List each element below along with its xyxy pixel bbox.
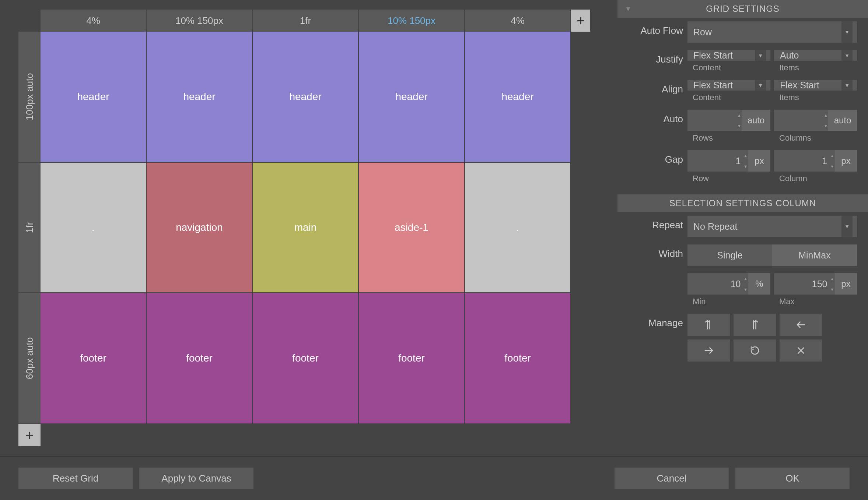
chevron-down-icon: ▼ xyxy=(758,53,763,59)
manage-label: Manage xyxy=(629,314,687,329)
justify-content-select[interactable]: Flex Start ▼ xyxy=(687,50,770,61)
chevron-down-icon: ▼ xyxy=(844,82,850,88)
repeat-label: Repeat xyxy=(629,216,687,231)
insert-after-button[interactable] xyxy=(734,314,776,336)
selection-settings-header[interactable]: SELECTION SETTINGS COLUMN xyxy=(617,194,868,212)
align-items-sublabel: Items xyxy=(774,93,857,102)
close-icon xyxy=(795,345,806,356)
chevron-down-icon: ▼ xyxy=(844,29,850,35)
collapse-icon: ▼ xyxy=(625,5,632,13)
gap-row-unit[interactable]: px xyxy=(748,150,770,172)
ok-button[interactable]: OK xyxy=(735,468,850,489)
grid-cell[interactable]: aside-1 xyxy=(359,163,465,293)
insert-before-icon xyxy=(703,319,714,330)
grid-cell[interactable]: header xyxy=(253,32,359,163)
grid-cell[interactable]: footer xyxy=(465,293,571,424)
width-single-toggle[interactable]: Single xyxy=(687,244,772,266)
selection-settings-title: SELECTION SETTINGS COLUMN xyxy=(669,198,816,208)
move-left-button[interactable] xyxy=(780,314,822,336)
gap-label: Gap xyxy=(629,150,687,165)
row-header[interactable]: 60px auto xyxy=(18,293,41,424)
grid-settings-title: GRID SETTINGS xyxy=(706,4,780,14)
column-header[interactable]: 10% 150px xyxy=(359,10,465,32)
gap-row-input[interactable] xyxy=(687,150,743,172)
column-header[interactable]: 4% xyxy=(41,10,147,32)
row-header[interactable]: 100px auto xyxy=(18,32,41,163)
gap-col-sublabel: Column xyxy=(774,174,857,183)
justify-label: Justify xyxy=(629,50,687,65)
chevron-down-icon: ▼ xyxy=(844,53,850,59)
grid-cell[interactable]: header xyxy=(41,32,147,163)
auto-rows-unit[interactable] xyxy=(742,110,770,131)
gap-col-spinner[interactable]: ▲▼ xyxy=(829,150,835,172)
auto-cols-input[interactable] xyxy=(774,110,823,131)
add-row-button[interactable]: + xyxy=(18,424,41,446)
grid-cell[interactable]: footer xyxy=(41,293,147,424)
grid-cell[interactable]: header xyxy=(147,32,253,163)
grid-cell[interactable]: . xyxy=(41,163,147,293)
grid-cell[interactable]: footer xyxy=(253,293,359,424)
max-spinner[interactable]: ▲▼ xyxy=(829,273,835,295)
move-right-button[interactable] xyxy=(687,339,730,362)
auto-rows-spinner[interactable]: ▲▼ xyxy=(737,110,742,131)
repeat-select[interactable]: No Repeat ▼ xyxy=(687,216,857,237)
min-unit[interactable]: % xyxy=(748,273,770,295)
chevron-down-icon: ▼ xyxy=(758,82,763,88)
grid-cell[interactable]: header xyxy=(465,32,571,163)
settings-panel: ▼ GRID SETTINGS Auto Flow Row ▼ Justify xyxy=(617,0,868,456)
min-spinner[interactable]: ▲▼ xyxy=(743,273,748,295)
grid-cell[interactable]: footer xyxy=(147,293,253,424)
max-input[interactable] xyxy=(774,273,829,295)
delete-button[interactable] xyxy=(780,339,822,362)
grid-editor: 4%10% 150px1fr10% 150px4%+100px autohead… xyxy=(0,0,617,456)
auto-rows-input[interactable] xyxy=(687,110,737,131)
add-column-button[interactable]: + xyxy=(571,10,590,32)
chevron-down-icon: ▼ xyxy=(844,223,850,229)
min-input[interactable] xyxy=(687,273,743,295)
auto-cols-spinner[interactable]: ▲▼ xyxy=(823,110,828,131)
auto-rows-sublabel: Rows xyxy=(687,133,770,143)
reset-icon xyxy=(749,345,760,356)
auto-flow-select[interactable]: Row ▼ xyxy=(687,21,857,43)
grid-cell[interactable]: main xyxy=(253,163,359,293)
column-header[interactable]: 1fr xyxy=(253,10,359,32)
justify-items-select[interactable]: Auto ▼ xyxy=(774,50,857,61)
footer-bar: Reset Grid Apply to Canvas Cancel OK xyxy=(0,456,868,500)
auto-label: Auto xyxy=(629,110,687,125)
column-header[interactable]: 10% 150px xyxy=(147,10,253,32)
align-items-select[interactable]: Flex Start ▼ xyxy=(774,80,857,91)
justify-content-sublabel: Content xyxy=(687,63,770,73)
grid-cell[interactable]: . xyxy=(465,163,571,293)
gap-row-sublabel: Row xyxy=(687,174,770,183)
gap-col-unit[interactable]: px xyxy=(835,150,857,172)
reset-grid-button[interactable]: Reset Grid xyxy=(18,468,133,489)
min-sublabel: Min xyxy=(687,297,770,306)
row-header[interactable]: 1fr xyxy=(18,163,41,293)
max-sublabel: Max xyxy=(774,297,857,306)
grid-cell[interactable]: navigation xyxy=(147,163,253,293)
column-header[interactable]: 4% xyxy=(465,10,571,32)
auto-cols-sublabel: Columns xyxy=(774,133,857,143)
grid-settings-header[interactable]: ▼ GRID SETTINGS xyxy=(617,0,868,18)
apply-to-canvas-button[interactable]: Apply to Canvas xyxy=(139,468,253,489)
arrow-left-icon xyxy=(795,319,806,330)
align-content-select[interactable]: Flex Start ▼ xyxy=(687,80,770,91)
cancel-button[interactable]: Cancel xyxy=(615,468,729,489)
align-content-sublabel: Content xyxy=(687,93,770,102)
width-label: Width xyxy=(629,244,687,260)
insert-before-button[interactable] xyxy=(687,314,730,336)
gap-col-input[interactable] xyxy=(774,150,829,172)
grid-cell[interactable]: header xyxy=(359,32,465,163)
insert-after-icon xyxy=(749,319,760,330)
max-unit[interactable]: px xyxy=(835,273,857,295)
auto-flow-label: Auto Flow xyxy=(629,21,687,36)
grid-cell[interactable]: footer xyxy=(359,293,465,424)
justify-items-sublabel: Items xyxy=(774,63,857,73)
arrow-right-icon xyxy=(703,345,714,356)
width-minmax-toggle[interactable]: MinMax xyxy=(772,244,857,266)
gap-row-spinner[interactable]: ▲▼ xyxy=(743,150,748,172)
auto-cols-unit[interactable] xyxy=(828,110,857,131)
reset-button[interactable] xyxy=(734,339,776,362)
align-label: Align xyxy=(629,80,687,95)
